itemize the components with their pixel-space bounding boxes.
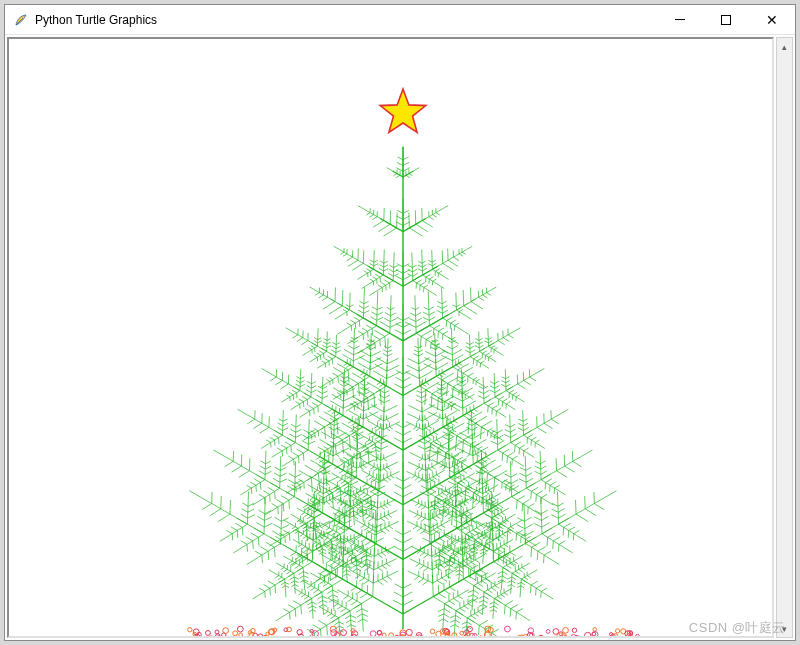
svg-line-1451 (384, 469, 388, 472)
svg-line-842 (403, 377, 411, 381)
svg-line-2051 (333, 557, 336, 559)
svg-line-3631 (517, 586, 521, 588)
svg-line-112 (380, 265, 384, 267)
svg-line-3148 (253, 593, 263, 599)
svg-line-1613 (334, 423, 339, 425)
svg-line-2805 (541, 471, 547, 475)
svg-line-2101 (367, 505, 371, 507)
svg-line-684 (423, 384, 427, 386)
svg-line-2463 (435, 505, 439, 507)
close-button[interactable]: ✕ (749, 5, 795, 34)
svg-line-1067 (302, 396, 307, 399)
svg-line-3671 (534, 517, 541, 521)
svg-line-171 (422, 268, 427, 271)
svg-line-953 (324, 447, 328, 449)
svg-line-1004 (318, 423, 325, 427)
svg-line-3682 (558, 544, 559, 551)
svg-line-1488 (337, 476, 348, 482)
minimize-button[interactable] (657, 5, 703, 34)
svg-line-3700 (576, 535, 586, 541)
svg-line-1292 (484, 429, 496, 436)
svg-line-1667 (261, 444, 269, 449)
titlebar[interactable]: Python Turtle Graphics ✕ (5, 5, 795, 35)
svg-line-1081 (304, 393, 311, 397)
svg-line-3086 (330, 576, 337, 580)
svg-line-3126 (276, 563, 282, 567)
svg-line-156 (412, 265, 416, 267)
svg-line-2992 (314, 590, 319, 593)
svg-line-1709 (408, 462, 414, 465)
svg-line-1187 (436, 427, 443, 431)
svg-line-802 (479, 345, 483, 347)
svg-line-2412 (225, 461, 234, 466)
svg-line-306 (329, 311, 334, 314)
svg-line-3626 (532, 570, 538, 573)
svg-line-17 (397, 162, 403, 165)
svg-line-1562 (326, 469, 327, 480)
svg-line-2790 (526, 473, 532, 477)
svg-line-930 (353, 434, 357, 436)
svg-line-2925 (378, 568, 383, 572)
svg-line-3387 (479, 620, 488, 625)
svg-line-179 (426, 274, 431, 277)
vertical-scrollbar[interactable]: ▴ ▾ (776, 37, 793, 638)
svg-line-60 (422, 221, 429, 225)
turtle-canvas[interactable] (7, 37, 774, 638)
svg-line-3532 (485, 549, 490, 552)
svg-line-2067 (364, 527, 369, 530)
svg-line-1671 (278, 423, 283, 426)
svg-line-1789 (441, 478, 449, 483)
svg-line-3274 (432, 550, 434, 597)
svg-line-247 (385, 313, 391, 316)
svg-line-251 (391, 308, 395, 310)
svg-line-1100 (280, 384, 288, 389)
svg-line-2560 (469, 506, 476, 510)
svg-line-1055 (300, 412, 308, 417)
svg-line-332 (416, 313, 422, 316)
svg-line-316 (322, 297, 327, 300)
svg-line-334 (411, 308, 415, 310)
svg-line-3708 (594, 504, 604, 510)
svg-line-1970 (518, 428, 524, 431)
svg-line-3487 (497, 581, 504, 585)
svg-line-3227 (274, 517, 281, 521)
svg-line-2816 (555, 485, 560, 488)
svg-line-607 (327, 342, 331, 344)
svg-line-3618 (508, 585, 512, 587)
svg-line-1469 (381, 440, 387, 443)
svg-line-1955 (505, 429, 511, 432)
svg-line-3541 (497, 549, 502, 552)
svg-line-110 (379, 268, 384, 271)
svg-line-2287 (292, 527, 295, 529)
svg-line-168 (413, 277, 419, 281)
svg-line-3238 (233, 546, 244, 553)
scroll-down-button[interactable]: ▾ (777, 620, 792, 637)
svg-line-2897 (373, 550, 375, 597)
svg-line-3679 (553, 537, 560, 541)
svg-line-47 (403, 219, 425, 232)
svg-line-1347 (506, 380, 510, 382)
svg-line-2826 (573, 461, 582, 466)
svg-line-1217 (450, 426, 459, 431)
svg-line-3369 (467, 611, 480, 618)
svg-line-2286 (289, 523, 298, 528)
svg-line-547 (332, 373, 338, 376)
svg-line-467 (394, 358, 398, 360)
svg-line-3132 (282, 586, 286, 588)
svg-line-2834 (403, 531, 411, 535)
maximize-button[interactable] (703, 5, 749, 34)
svg-line-1047 (294, 387, 333, 409)
svg-line-668 (432, 394, 436, 396)
svg-line-2200 (357, 514, 361, 517)
scroll-up-button[interactable]: ▴ (777, 38, 792, 55)
svg-line-3687 (558, 514, 565, 518)
svg-line-545 (333, 367, 336, 369)
svg-line-377 (437, 301, 442, 303)
svg-line-335 (415, 307, 419, 309)
svg-line-287 (359, 306, 364, 309)
svg-line-2672 (465, 494, 471, 497)
svg-line-3144 (270, 588, 271, 595)
svg-line-619 (314, 341, 318, 343)
svg-line-3339 (453, 599, 458, 602)
svg-line-1013 (308, 433, 312, 435)
